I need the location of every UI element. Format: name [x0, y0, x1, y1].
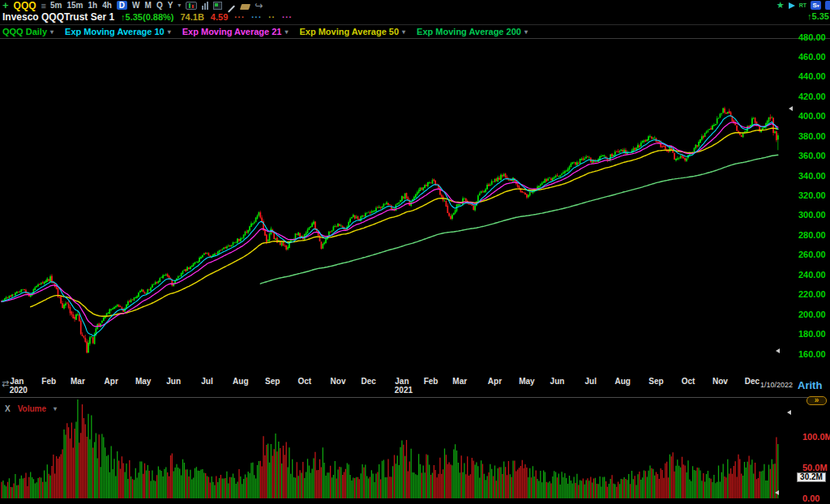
indicator-value-dots: ··· — [234, 13, 245, 22]
favorite-star-icon[interactable]: ★ — [777, 0, 785, 11]
chevron-down-icon[interactable]: ▾ — [524, 28, 528, 36]
clipped-button[interactable] — [825, 1, 830, 10]
bar-chart-icon[interactable] — [202, 1, 208, 10]
draw-icon[interactable] — [227, 1, 236, 10]
notes-icon[interactable] — [213, 1, 222, 10]
divider — [0, 397, 817, 398]
month-tick-label: Oct — [682, 377, 695, 386]
volume-tick-label: 100.0M — [802, 432, 830, 442]
volume-tick-label: 50.0M — [802, 463, 828, 472]
indicator-ema-21[interactable]: Exp Moving Average 21 — [182, 27, 282, 36]
flag-icon[interactable] — [789, 2, 795, 9]
chevron-down-icon[interactable]: ▾ — [168, 28, 171, 36]
month-tick-label: Jan — [395, 377, 409, 386]
price-tick-label: 280.00 — [798, 230, 826, 240]
chevron-down-icon[interactable]: ▾ — [53, 405, 57, 412]
volume-tick-label: 0.00 — [802, 493, 819, 503]
price-tick-label: 380.00 — [798, 131, 826, 141]
month-tick-label: Mar — [71, 377, 85, 386]
indicator-value-dots: ·· — [268, 13, 276, 22]
timeframe-monthly[interactable]: M — [145, 1, 152, 10]
current-volume-badge: 30.2M — [797, 472, 826, 482]
indicator-ema-50[interactable]: Exp Moving Average 50 — [299, 27, 399, 36]
volume-pane-header: X Volume ▾ — [5, 404, 57, 413]
month-tick-label: Apr — [488, 377, 502, 386]
axis-marker-icon — [787, 410, 791, 415]
indicator-ema-10[interactable]: Exp Moving Average 10 — [65, 27, 165, 36]
volume-close-button[interactable]: X — [5, 404, 11, 413]
share-icon[interactable]: ↪ — [255, 2, 263, 10]
axis-marker-icon — [775, 490, 779, 495]
pan-icon[interactable]: ⇄ — [2, 378, 9, 389]
month-tick-label: Mar — [452, 377, 467, 386]
month-tick-label: Aug — [233, 377, 248, 386]
month-tick-label: Nov — [331, 377, 346, 386]
timeframe-yearly[interactable]: Y — [168, 1, 173, 10]
last-date-label: 1/10/2022 — [760, 381, 793, 389]
axis-marker-icon — [776, 348, 780, 353]
month-tick-label: Jul — [585, 377, 597, 386]
month-tick-label: Jun — [166, 377, 181, 386]
month-tick-label: Feb — [41, 377, 56, 386]
month-tick-label: Feb — [424, 377, 439, 386]
price-tick-label: 320.00 — [798, 190, 826, 200]
price-tick-label: 200.00 — [798, 310, 826, 319]
timeframe-5m[interactable]: 5m — [50, 1, 62, 10]
timeframe-weekly[interactable]: W — [132, 1, 139, 10]
chevron-down-icon[interactable]: ▾ — [402, 28, 405, 36]
price-tick-label: 160.00 — [798, 349, 826, 359]
month-tick-label: Apr — [105, 377, 118, 386]
menu-icon[interactable]: ≡ — [41, 1, 45, 11]
expand-axis-button[interactable]: » — [806, 396, 827, 405]
price-tick-label: 360.00 — [798, 151, 826, 160]
timeframe-15m[interactable]: 15m — [66, 1, 83, 10]
price-tick-label: 260.00 — [798, 250, 826, 259]
price-tick-label: 180.00 — [798, 329, 826, 339]
stat-volume: 74.1B — [181, 12, 204, 22]
tag-icon[interactable] — [241, 1, 250, 10]
chevron-down-icon[interactable]: ▾ — [285, 28, 288, 36]
month-tick-label: Jan — [10, 377, 24, 386]
add-symbol-icon[interactable]: + — [2, 1, 9, 10]
month-tick-label: Aug — [614, 377, 630, 386]
month-tick-label: Jun — [550, 377, 565, 386]
month-tick-label: Nov — [712, 377, 728, 386]
month-tick-label: May — [519, 377, 534, 386]
timeframe-dropdown-icon[interactable]: ▾ — [178, 2, 181, 9]
corner-change-value: ↑5.35 — [807, 11, 829, 21]
indicator-value-dots: ··· — [282, 13, 293, 22]
change-value: ↑5.35(0.88%) — [121, 12, 173, 22]
divider — [0, 24, 830, 25]
stat-range: 4.59 — [211, 12, 228, 22]
stream-source-button[interactable]: S▾ — [811, 1, 821, 10]
price-tick-label: 420.00 — [798, 92, 826, 101]
month-tick-label: Sep — [265, 377, 280, 386]
year-tick-label: 2020 — [10, 386, 28, 395]
month-tick-label: May — [135, 377, 151, 386]
price-tick-label: 480.00 — [798, 32, 826, 42]
price-tick-label: 240.00 — [798, 270, 826, 280]
indicator-ema-200[interactable]: Exp Moving Average 200 — [417, 27, 521, 36]
volume-indicator-label[interactable]: Volume — [18, 404, 46, 413]
indicator-bar: QQQ Daily▾ Exp Moving Average 10▾ Exp Mo… — [2, 26, 535, 37]
timeframe-1h[interactable]: 1h — [88, 1, 98, 10]
chart-style-icon[interactable] — [186, 1, 197, 10]
price-tick-label: 440.00 — [798, 71, 826, 81]
timeframe-quarterly[interactable]: Q — [156, 1, 163, 10]
timeframe-daily[interactable]: D — [117, 1, 127, 10]
price-tick-label: 220.00 — [798, 289, 826, 299]
title-bar: Invesco QQQTrust Ser 1 ↑5.35(0.88%) 74.1… — [2, 11, 293, 23]
chart-canvas[interactable] — [0, 0, 830, 504]
chevron-down-icon[interactable]: ▾ — [50, 28, 53, 36]
month-tick-label: Oct — [297, 377, 311, 386]
price-tick-label: 300.00 — [798, 210, 826, 220]
divider — [0, 38, 830, 39]
month-tick-label: Sep — [648, 377, 663, 386]
indicator-qqq-daily[interactable]: QQQ Daily — [2, 27, 47, 36]
symbol-field[interactable]: QQQ — [14, 0, 36, 11]
instrument-name: Invesco QQQTrust Ser 1 — [2, 11, 114, 23]
timeframe-4h[interactable]: 4h — [102, 1, 112, 10]
scale-mode-label[interactable]: Arith — [798, 379, 822, 391]
toolbar-right: ★ RT S▾ — [777, 0, 830, 11]
month-tick-label: Dec — [361, 377, 375, 386]
